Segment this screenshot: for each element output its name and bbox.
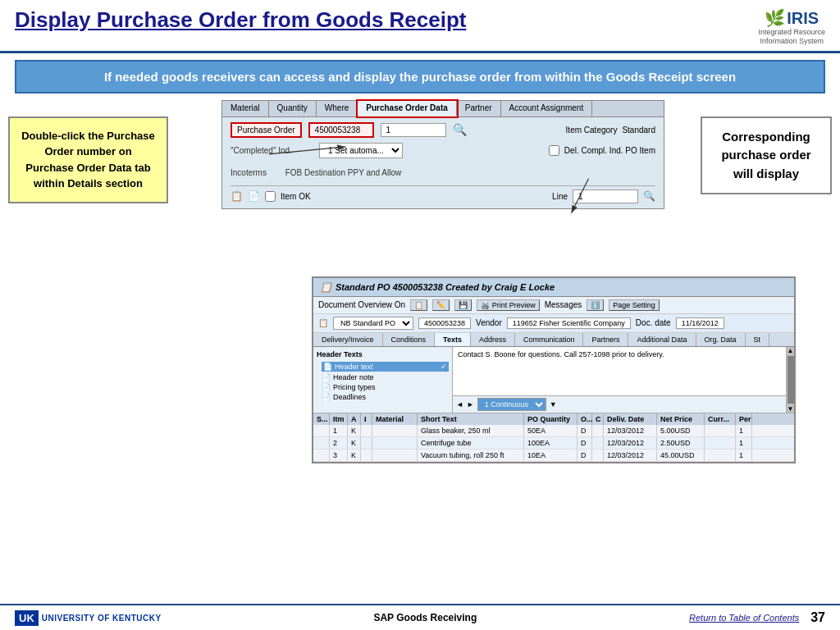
tab-additional-data[interactable]: Additional Data (628, 333, 696, 346)
tab-conditions[interactable]: Conditions (383, 333, 436, 346)
cell-net-price-2: 2.50USD (657, 437, 705, 449)
col-s: S... (313, 413, 330, 425)
po-type-select[interactable]: NB Standard PO (333, 317, 413, 330)
sap-top-screen: Material Quantity Where Purchase Order D… (221, 100, 664, 209)
list-item-header-note[interactable]: 📄 Header note (322, 373, 449, 381)
item-ok-label: Item OK (281, 192, 311, 201)
col-short-text: Short Text (418, 413, 524, 425)
incoterms-label: Incoterms (231, 168, 267, 177)
edit-btn[interactable]: ✏️ (432, 299, 450, 311)
scroll-down[interactable]: ▼ (788, 405, 794, 413)
tab-address[interactable]: Address (471, 333, 515, 346)
incoterms-row: Incoterms FOB Destination PPY and Allow (231, 165, 655, 180)
col-po-qty: PO Quantity (524, 413, 578, 425)
print-preview-btn[interactable]: 🖨️ Print Preview (477, 299, 540, 311)
po-search-icon[interactable]: 🔍 (453, 123, 467, 136)
col-c: C (592, 413, 604, 425)
callout-left: Double-click the Purchase Order number o… (8, 116, 168, 203)
po-item-field[interactable]: 1 (381, 123, 446, 137)
save-btn[interactable]: 💾 (454, 299, 472, 311)
cell-i-1 (361, 425, 372, 436)
sap-continuous-bar: ◄ ► 1 Continuous ▼ (453, 395, 786, 413)
po-icon: 📋 (320, 281, 332, 293)
tab-texts[interactable]: Texts (435, 333, 471, 346)
return-link[interactable]: Return to Table of Contents (689, 613, 799, 623)
doc-date-label: Doc. date (636, 318, 671, 327)
doc-icon: 📄 (323, 363, 332, 371)
center-text: SAP Goods Receiving (373, 612, 477, 623)
page-setting-btn[interactable]: Page Setting (609, 299, 660, 311)
vendor-label: Vendor (476, 318, 502, 327)
tab-account-assignment[interactable]: Account Assignment (501, 101, 593, 116)
line-value[interactable]: 1 (573, 189, 638, 203)
cell-a-1: K (348, 425, 361, 436)
incoterms-value: FOB Destination PPY and Allow (285, 168, 402, 177)
table-row[interactable]: 3 K Vacuum tubing, roll 250 ft 10EA D 12… (313, 450, 794, 462)
doc-icon-2: 📄 (322, 373, 331, 381)
iris-logo-symbol: 🌿 IRIS (765, 8, 819, 28)
tab-material[interactable]: Material (222, 101, 269, 116)
cell-po-qty-3: 10EA (524, 450, 578, 461)
tab-partners[interactable]: Partners (583, 333, 628, 346)
sap-icon-2[interactable]: 📄 (248, 190, 260, 202)
line-label: Line (552, 192, 568, 201)
list-item-header-text[interactable]: 📄 Header text ✓ (322, 362, 449, 372)
item-ok-checkbox[interactable] (265, 191, 276, 202)
cell-short-text-3: Vacuum tubing, roll 250 ft (418, 450, 524, 461)
sap-icon-3[interactable]: 🔍 (643, 190, 655, 202)
tab-where[interactable]: Where (317, 101, 358, 116)
scroll-bar[interactable]: ▲ ▼ (786, 347, 794, 413)
item-category-label: Item Category (566, 126, 618, 135)
tab-st[interactable]: St (746, 333, 770, 346)
cell-curr-1 (705, 425, 736, 436)
page-number: 37 (810, 610, 825, 625)
cell-c-1 (592, 425, 604, 436)
del-compl-select[interactable]: 1 Set automa... (319, 143, 403, 158)
continuous-select[interactable]: 1 Continuous (477, 398, 546, 411)
cell-c-2 (592, 437, 604, 449)
help-btn[interactable]: ℹ️ (587, 299, 604, 311)
po-number-field[interactable]: 4500053238 (308, 122, 374, 138)
uk-box: UK (15, 610, 39, 626)
col-deliv-date: Deliv. Date (604, 413, 657, 425)
tab-partner[interactable]: Partner (457, 101, 501, 116)
continuous-dropdown[interactable]: ▼ (550, 400, 557, 409)
page-title: Display Purchase Order from Goods Receip… (15, 8, 467, 32)
list-item-deadlines[interactable]: 📄 Deadlines (322, 393, 449, 401)
cell-per-1: 1 (736, 425, 752, 436)
nav-left-btn[interactable]: ◄ (456, 400, 463, 409)
cell-po-qty-2: 100EA (524, 437, 578, 449)
scroll-thumb[interactable] (788, 356, 794, 404)
del-compl-po-checkbox[interactable] (549, 145, 559, 156)
footer-center: SAP Goods Receiving (373, 612, 477, 623)
sap-table-header: S... Itm A I Material Short Text PO Quan… (313, 413, 794, 425)
cell-material-2 (372, 437, 418, 449)
col-i: I (361, 413, 372, 425)
iris-logo-subtitle: Integrated ResourceInformation System (758, 28, 825, 46)
tab-communication[interactable]: Communication (515, 333, 584, 346)
cell-itm-2: 2 (330, 437, 348, 449)
list-item-pricing-types[interactable]: 📄 Pricing types (322, 383, 449, 391)
table-row[interactable]: 1 K Glass beaker, 250 ml 50EA D 12/03/20… (313, 425, 794, 437)
header-text-content: Contact S. Boone for questions. Call 257… (458, 350, 664, 358)
sap-icon-1[interactable]: 📋 (231, 190, 243, 202)
text-items-list: 📄 Header text ✓ 📄 Header note 📄 Pricing … (317, 362, 449, 401)
table-row[interactable]: 2 K Centrifuge tube 100EA D 12/03/2012 2… (313, 437, 794, 450)
tab-quantity[interactable]: Quantity (269, 101, 317, 116)
tab-delivery-invoice[interactable]: Delivery/Invoice (313, 333, 383, 346)
col-net-price: Net Price (657, 413, 705, 425)
col-material: Material (372, 413, 418, 425)
cell-deliv-date-2: 12/03/2012 (604, 437, 657, 449)
col-per: Per (736, 413, 752, 425)
po-icon-small: 📋 (318, 318, 328, 327)
cell-s-1 (313, 425, 330, 436)
nav-right-btn[interactable]: ► (467, 400, 474, 409)
cell-o-2: D (578, 437, 592, 449)
tab-purchase-order-data[interactable]: Purchase Order Data (358, 101, 457, 116)
scroll-up[interactable]: ▲ (788, 347, 794, 354)
tab-org-data[interactable]: Org. Data (696, 333, 746, 346)
cell-material-3 (372, 450, 418, 461)
callout-left-text: Double-click the Purchase Order number o… (21, 130, 155, 190)
copy-btn[interactable]: 📋 (410, 299, 427, 311)
cell-s-3 (313, 450, 330, 461)
